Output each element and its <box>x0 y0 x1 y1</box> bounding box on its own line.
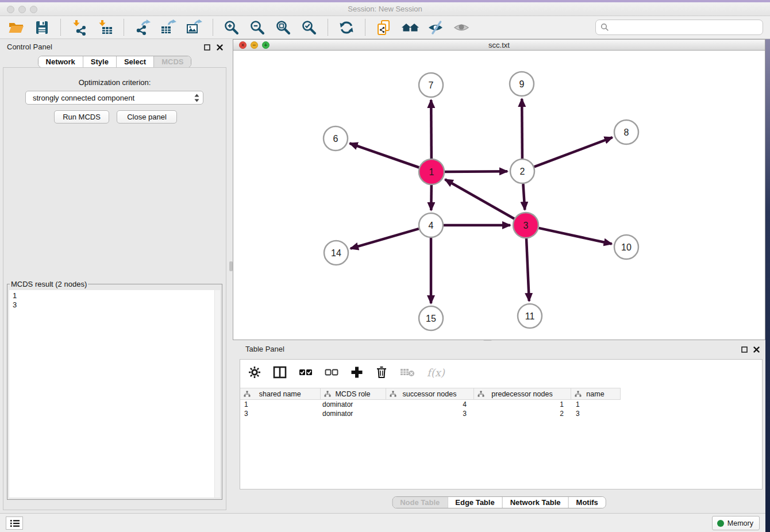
column-header-name[interactable]: name <box>571 388 620 400</box>
column-header-mcds-role[interactable]: MCDS role <box>320 388 386 400</box>
close-panel-icon[interactable] <box>752 345 760 353</box>
cell-name[interactable]: 1 <box>571 400 620 409</box>
unchecked-boxes-icon <box>325 366 338 379</box>
edge-1-2[interactable] <box>445 171 507 172</box>
status-bar: Memory <box>0 513 765 532</box>
cell-successor-nodes[interactable]: 4 <box>386 400 473 409</box>
run-mcds-button[interactable]: Run MCDS <box>54 110 109 124</box>
node-table: shared nameMCDS rolesuccessor nodesprede… <box>240 388 621 418</box>
toolbar-separator <box>328 19 328 36</box>
annotations-button[interactable] <box>375 18 393 37</box>
node-label-15: 15 <box>426 314 436 323</box>
tab-mcds: MCDS <box>153 56 191 67</box>
network-window-titlebar: × − + scc.txt <box>233 40 765 51</box>
app-titlebar: Session: New Session <box>0 2 770 16</box>
edge-2-9[interactable] <box>522 99 522 159</box>
control-panel-tabs: NetworkStyleSelectMCDS <box>38 56 192 68</box>
save-session-button[interactable] <box>33 18 51 37</box>
node-label-7: 7 <box>429 80 434 90</box>
table-header-row: shared nameMCDS rolesuccessor nodesprede… <box>240 388 620 400</box>
deselect-all-button[interactable] <box>325 365 338 380</box>
select-stepper-icon <box>194 94 199 102</box>
edge-1-4[interactable] <box>431 185 432 210</box>
cell-shared-name[interactable]: 1 <box>240 400 320 409</box>
mcds-result-textarea: 1 3 <box>9 290 220 498</box>
table-panel-tabs: Node TableEdge TableNetwork TableMotifs <box>392 496 606 508</box>
tab-edge-table[interactable]: Edge Table <box>447 497 502 508</box>
column-header-shared-name[interactable]: shared name <box>240 388 320 400</box>
close-panel-button[interactable]: Close panel <box>117 110 177 124</box>
export-network-button[interactable] <box>133 18 152 37</box>
tab-node-table: Node Table <box>392 497 447 508</box>
show-all-button[interactable] <box>452 18 471 37</box>
optimization-criterion-select[interactable]: strongly connected component <box>25 91 203 105</box>
edge-3-1[interactable] <box>445 179 515 218</box>
task-history-button[interactable] <box>6 516 23 530</box>
select-all-button[interactable] <box>299 365 313 380</box>
search-input[interactable] <box>612 22 758 32</box>
node-label-8: 8 <box>624 128 629 137</box>
network-canvas[interactable]: 7968124314101511 <box>233 51 765 340</box>
tab-network-table[interactable]: Network Table <box>502 497 568 508</box>
zoom-out-button[interactable] <box>248 18 267 37</box>
edge-1-7[interactable] <box>431 100 432 159</box>
refresh-view-button[interactable] <box>337 18 356 37</box>
table-row: 3dominator323 <box>240 409 620 418</box>
eye-icon <box>453 20 469 36</box>
cell-predecessor-nodes[interactable]: 1 <box>473 400 571 409</box>
table-settings-button[interactable] <box>248 365 261 380</box>
search-box <box>595 20 763 35</box>
hierarchy-icon <box>575 391 582 398</box>
edge-1-6[interactable] <box>350 144 419 168</box>
table-toolbar: f(x) <box>240 360 762 385</box>
edge-2-3[interactable] <box>523 184 525 210</box>
cell-shared-name[interactable]: 3 <box>240 409 320 418</box>
toolbar-separator <box>213 19 213 36</box>
import-table-button[interactable] <box>96 18 114 37</box>
cell-name[interactable]: 3 <box>571 409 620 418</box>
float-panel-icon[interactable] <box>203 43 211 51</box>
hide-selected-button[interactable] <box>426 18 445 37</box>
export-table-button[interactable] <box>159 18 178 37</box>
delete-table-icon <box>400 367 415 378</box>
memory-label: Memory <box>727 519 753 527</box>
export-image-button[interactable] <box>185 18 203 37</box>
cell-mcds-role[interactable]: dominator <box>320 400 386 409</box>
float-panel-icon[interactable] <box>740 345 748 353</box>
add-column-button[interactable] <box>351 365 363 380</box>
open-folder-icon <box>8 20 24 36</box>
zoom-in-icon <box>224 20 240 36</box>
window-title: Session: New Session <box>0 5 770 13</box>
close-panel-icon[interactable] <box>215 43 224 51</box>
tab-motifs[interactable]: Motifs <box>568 497 606 508</box>
tab-select[interactable]: Select <box>116 56 153 67</box>
hierarchy-icon <box>390 391 396 398</box>
cell-mcds-role[interactable]: dominator <box>320 409 386 418</box>
result-scrollbar[interactable] <box>214 290 220 498</box>
cell-predecessor-nodes[interactable]: 2 <box>473 409 571 418</box>
table-row: 1dominator411 <box>240 400 620 409</box>
import-network-button[interactable] <box>70 18 88 37</box>
tab-network[interactable]: Network <box>38 56 83 67</box>
tab-style[interactable]: Style <box>83 56 116 67</box>
delete-column-button[interactable] <box>375 365 388 380</box>
toolbar-separator <box>60 19 61 36</box>
panel-layout-button[interactable] <box>273 365 287 380</box>
optimization-criterion-label: Optimization criterion: <box>3 78 226 87</box>
edge-3-11[interactable] <box>526 238 529 301</box>
home-views-button[interactable] <box>401 18 419 37</box>
edge-4-14[interactable] <box>351 229 419 249</box>
edge-3-10[interactable] <box>539 228 612 244</box>
cell-successor-nodes[interactable]: 3 <box>386 409 473 418</box>
houses-icon <box>401 20 419 36</box>
column-header-predecessor-nodes[interactable]: predecessor nodes <box>473 388 571 400</box>
mcds-result-text: 1 3 <box>9 290 220 311</box>
zoom-in-button[interactable] <box>222 18 241 37</box>
toolbar-separator <box>365 19 365 36</box>
open-session-button[interactable] <box>7 18 25 37</box>
memory-button[interactable]: Memory <box>712 516 760 530</box>
zoom-fit-button[interactable] <box>274 18 292 37</box>
edge-2-8[interactable] <box>534 137 613 167</box>
zoom-selected-button[interactable] <box>300 18 318 37</box>
column-header-successor-nodes[interactable]: successor nodes <box>386 388 473 400</box>
